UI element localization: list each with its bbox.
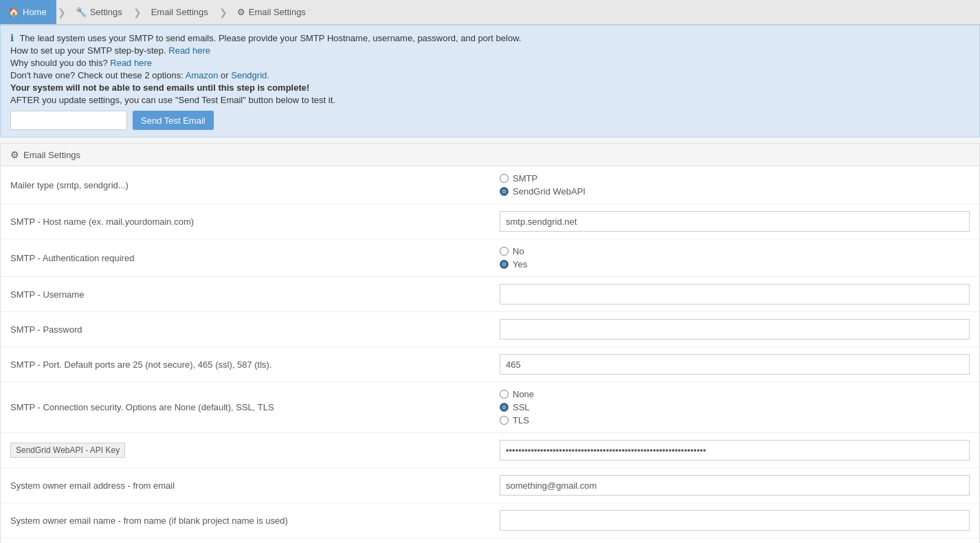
- radio-auth-no-label: No: [513, 246, 524, 256]
- sendgrid-api-highlight-label: SendGrid WebAPI - API Key: [10, 443, 125, 458]
- radio-auth-yes-label: Yes: [513, 259, 527, 269]
- breadcrumb-settings-label: Settings: [90, 7, 122, 17]
- control-smtp-password: [490, 312, 979, 347]
- breadcrumb-email-settings-1-label: Email Settings: [151, 7, 208, 17]
- panel-header: ⚙ Email Settings: [1, 144, 979, 166]
- gear-icon-bc: ⚙: [237, 7, 245, 17]
- radio-sendgrid-input[interactable]: [500, 187, 509, 196]
- test-email-input[interactable]: [10, 111, 127, 130]
- row-smtp-password: SMTP - Password: [1, 312, 979, 347]
- label-sendgrid-api: SendGrid WebAPI - API Key: [1, 433, 490, 468]
- breadcrumb-email-settings-1[interactable]: Email Settings: [143, 0, 218, 24]
- update-section: Update: [1, 538, 979, 543]
- control-from-email: [490, 468, 979, 503]
- send-test-email-button[interactable]: Send Test Email: [133, 111, 214, 130]
- radio-sendgrid-label: SendGrid WebAPI: [513, 186, 586, 197]
- label-smtp-host: SMTP - Host name (ex. mail.yourdomain.co…: [1, 204, 490, 239]
- sendgrid-api-input[interactable]: [500, 440, 970, 461]
- radio-security-tls-label: TLS: [513, 415, 529, 425]
- smtp-port-input[interactable]: [500, 354, 970, 375]
- smtp-host-input[interactable]: [500, 211, 970, 232]
- row-smtp-auth: SMTP - Authentication required No Yes: [1, 239, 979, 277]
- control-mailer-type: SMTP SendGrid WebAPI: [490, 166, 979, 204]
- info-line6: AFTER you update settings, you can use "…: [10, 95, 970, 105]
- panel-title: Email Settings: [23, 150, 80, 160]
- row-mailer-type: Mailer type (smtp, sendgrid...) SMTP Sen…: [1, 166, 979, 204]
- info-link-read-here-2[interactable]: Read here: [110, 58, 152, 68]
- radio-security-none-label: None: [513, 389, 534, 399]
- radio-security-tls-input[interactable]: [500, 416, 509, 425]
- smtp-username-input[interactable]: [500, 284, 970, 304]
- radio-security-tls[interactable]: TLS: [500, 415, 970, 425]
- info-link-amazon[interactable]: Amazon: [186, 70, 219, 80]
- row-sendgrid-api: SendGrid WebAPI - API Key: [1, 433, 979, 468]
- control-sendgrid-api: [490, 433, 979, 468]
- info-line2-prefix: How to set up your SMTP step-by-step.: [10, 45, 166, 56]
- info-line1: The lead system uses your SMTP to send e…: [19, 33, 521, 43]
- row-smtp-port: SMTP - Port. Default ports are 25 (not s…: [1, 347, 979, 382]
- wrench-icon: 🔧: [76, 7, 87, 17]
- mailer-type-radio-group: SMTP SendGrid WebAPI: [500, 173, 970, 197]
- row-smtp-username: SMTP - Username: [1, 277, 979, 312]
- info-line5: Your system will not be able to send ema…: [10, 82, 309, 93]
- radio-security-ssl-label: SSL: [513, 402, 530, 412]
- label-mailer-type: Mailer type (smtp, sendgrid...): [1, 166, 490, 204]
- label-from-email: System owner email address - from email: [1, 468, 490, 503]
- breadcrumb-settings[interactable]: 🔧 Settings: [67, 0, 132, 24]
- smtp-security-radio-group: None SSL TLS: [500, 389, 970, 425]
- row-from-name: System owner email name - from name (if …: [1, 503, 979, 538]
- row-from-email: System owner email address - from email: [1, 468, 979, 503]
- info-box: ℹ The lead system uses your SMTP to send…: [0, 25, 980, 137]
- label-smtp-auth: SMTP - Authentication required: [1, 239, 490, 277]
- row-smtp-security: SMTP - Connection security. Options are …: [1, 382, 979, 433]
- info-line4-or: or: [221, 70, 231, 80]
- control-smtp-security: None SSL TLS: [490, 382, 979, 433]
- settings-table: Mailer type (smtp, sendgrid...) SMTP Sen…: [1, 166, 979, 538]
- control-from-name: [490, 503, 979, 538]
- radio-sendgrid[interactable]: SendGrid WebAPI: [500, 186, 970, 197]
- label-smtp-port: SMTP - Port. Default ports are 25 (not s…: [1, 347, 490, 382]
- info-icon: ℹ: [10, 32, 14, 43]
- radio-auth-no-input[interactable]: [500, 247, 509, 256]
- radio-auth-yes[interactable]: Yes: [500, 259, 970, 269]
- row-smtp-host: SMTP - Host name (ex. mail.yourdomain.co…: [1, 204, 979, 239]
- breadcrumb-sep-1: ❯: [58, 7, 66, 18]
- breadcrumb-sep-2: ❯: [133, 7, 142, 18]
- breadcrumb-sep-3: ❯: [219, 7, 227, 18]
- breadcrumb-home[interactable]: 🏠 Home: [0, 0, 56, 24]
- label-smtp-security: SMTP - Connection security. Options are …: [1, 382, 490, 433]
- info-line3-prefix: Why should you do this?: [10, 58, 108, 68]
- from-email-input[interactable]: [500, 475, 970, 496]
- breadcrumb-email-settings-2[interactable]: ⚙ Email Settings: [229, 0, 315, 24]
- smtp-auth-radio-group: No Yes: [500, 246, 970, 269]
- info-line4-prefix: Don't have one? Check out these 2 option…: [10, 70, 183, 80]
- radio-security-none[interactable]: None: [500, 389, 970, 399]
- control-smtp-host: [490, 204, 979, 239]
- radio-smtp-label: SMTP: [513, 173, 537, 184]
- info-link-sendgrid[interactable]: Sendgrid.: [231, 70, 269, 80]
- radio-security-none-input[interactable]: [500, 390, 509, 399]
- label-smtp-password: SMTP - Password: [1, 312, 490, 347]
- label-smtp-username: SMTP - Username: [1, 277, 490, 312]
- label-from-name: System owner email name - from name (if …: [1, 503, 490, 538]
- radio-smtp[interactable]: SMTP: [500, 173, 970, 184]
- control-smtp-port: [490, 347, 979, 382]
- home-icon: 🏠: [8, 7, 19, 17]
- smtp-password-input[interactable]: [500, 319, 970, 340]
- radio-security-ssl[interactable]: SSL: [500, 402, 970, 412]
- info-link-read-here-1[interactable]: Read here: [168, 45, 210, 56]
- breadcrumb: 🏠 Home ❯ 🔧 Settings ❯ Email Settings ❯ ⚙…: [0, 0, 980, 25]
- panel-gear-icon: ⚙: [10, 149, 19, 160]
- from-name-input[interactable]: [500, 510, 970, 531]
- control-smtp-username: [490, 277, 979, 312]
- radio-smtp-input[interactable]: [500, 174, 509, 183]
- breadcrumb-email-settings-2-label: Email Settings: [249, 7, 306, 17]
- email-settings-panel: ⚙ Email Settings Mailer type (smtp, send…: [0, 143, 980, 543]
- control-smtp-auth: No Yes: [490, 239, 979, 277]
- radio-auth-no[interactable]: No: [500, 246, 970, 256]
- breadcrumb-home-label: Home: [23, 7, 47, 17]
- radio-security-ssl-input[interactable]: [500, 403, 509, 412]
- radio-auth-yes-input[interactable]: [500, 260, 509, 269]
